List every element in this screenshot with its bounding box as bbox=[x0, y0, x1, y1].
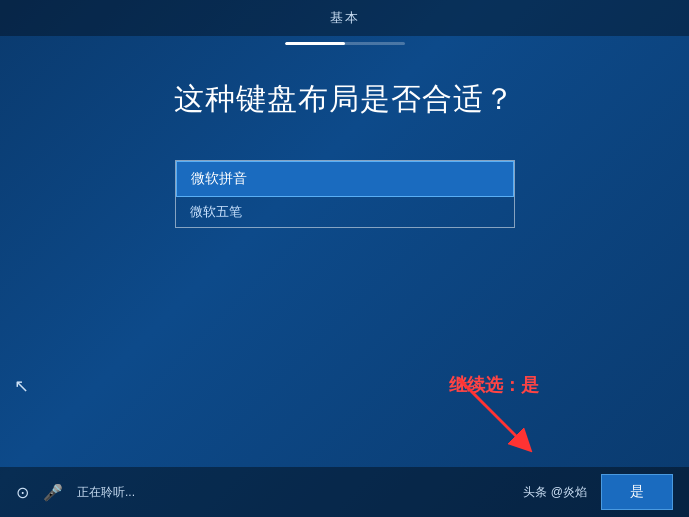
keyboard-option-pinyin[interactable]: 微软拼音 bbox=[176, 161, 514, 197]
page-title: 这种键盘布局是否合适？ bbox=[174, 79, 515, 120]
keyboard-list: 微软拼音 微软五笔 bbox=[175, 160, 515, 228]
keyboard-option-wubi[interactable]: 微软五笔 bbox=[176, 197, 514, 227]
top-bar: 基本 bbox=[0, 0, 689, 36]
progress-fill bbox=[285, 42, 345, 45]
status-text: 正在聆听... bbox=[77, 484, 135, 501]
main-content: 这种键盘布局是否合适？ 微软拼音 微软五笔 bbox=[0, 49, 689, 467]
microphone-icon[interactable]: 🎤 bbox=[43, 483, 63, 502]
bottom-left-controls: ⊙ 🎤 正在聆听... bbox=[16, 483, 135, 502]
accessibility-icon[interactable]: ⊙ bbox=[16, 483, 29, 502]
progress-area bbox=[0, 36, 689, 49]
annotation-area: 继续选：是 bbox=[449, 369, 549, 397]
setup-screen: 基本 这种键盘布局是否合适？ 微软拼音 微软五笔 继续选：是 bbox=[0, 0, 689, 517]
watermark: 头条 @炎焰 bbox=[523, 484, 587, 501]
bottom-right-controls: 头条 @炎焰 是 bbox=[523, 474, 673, 510]
cursor-indicator: ↖ bbox=[14, 375, 29, 397]
bottom-bar: ⊙ 🎤 正在聆听... 头条 @炎焰 是 bbox=[0, 467, 689, 517]
svg-line-1 bbox=[459, 379, 524, 444]
annotation-arrow bbox=[449, 369, 539, 459]
progress-bar bbox=[285, 42, 405, 45]
yes-button[interactable]: 是 bbox=[601, 474, 673, 510]
top-bar-title: 基本 bbox=[330, 9, 360, 27]
